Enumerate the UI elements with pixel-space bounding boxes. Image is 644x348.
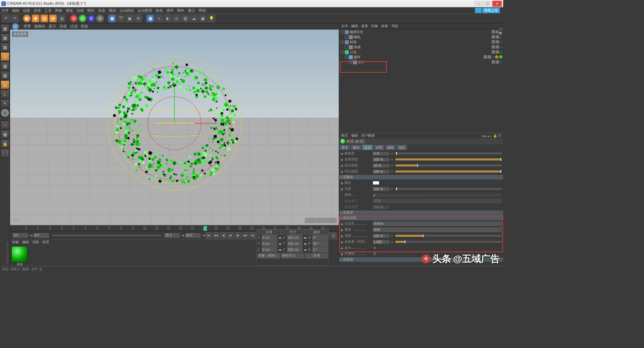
- move-button[interactable]: ✥: [32, 14, 40, 22]
- vis-editor-dot[interactable]: [492, 30, 495, 33]
- z-axis-button[interactable]: Z: [87, 14, 95, 22]
- render-pv-button[interactable]: ▣: [125, 14, 133, 22]
- mat-menu-item-0[interactable]: 创建: [12, 240, 19, 245]
- goto-end-button[interactable]: ▸|: [250, 232, 256, 239]
- cloud-upload-label[interactable]: 拖拽上传: [482, 8, 500, 13]
- object-name[interactable]: 物理天空: [350, 30, 491, 34]
- make-editable-button[interactable]: ▦: [1, 24, 9, 33]
- attr-tab-编辑[interactable]: 编辑: [385, 144, 396, 150]
- attr-fwd-icon[interactable]: ▸: [485, 134, 486, 138]
- prop-opaque-checkbox[interactable]: [373, 252, 377, 256]
- tree-row[interactable]: 爆炸✓: [340, 60, 502, 65]
- key-misc2-button[interactable]: ◫: [330, 232, 337, 239]
- render-settings-button[interactable]: ⚙: [134, 14, 142, 22]
- menu-item-0[interactable]: 文件: [1, 8, 9, 13]
- add-deformer-button[interactable]: ▨: [181, 14, 189, 22]
- tree-row[interactable]: -时间✓: [340, 40, 502, 45]
- magnet-button[interactable]: ⊃: [1, 121, 9, 129]
- end-frame-field[interactable]: 25 F: [184, 232, 201, 238]
- x-axis-button[interactable]: X: [70, 14, 78, 22]
- prop-brightness-value[interactable]: 100 %: [373, 187, 389, 191]
- attr-tab-指定[interactable]: 指定: [396, 144, 408, 150]
- attr-menu-item-2[interactable]: 模式: [341, 133, 348, 138]
- tree-expand-icon[interactable]: -: [345, 56, 348, 59]
- enable-check-icon[interactable]: ✓: [500, 50, 502, 54]
- prop-fresnel-dropdown[interactable]: 绝缘体: [373, 221, 502, 226]
- prop-slider[interactable]: [395, 164, 502, 166]
- object-tree[interactable]: 物理天空✓随机✓-时间✓简易✓-分裂✓-圆环✓爆炸✓: [339, 29, 503, 66]
- vis-render-dot[interactable]: [496, 40, 499, 44]
- prev-frame-button[interactable]: ◂|: [220, 232, 227, 239]
- coord-pos-field[interactable]: 0 cm: [262, 247, 278, 253]
- coord-rot-field[interactable]: 90 °: [312, 241, 328, 247]
- prop-slider[interactable]: [395, 152, 502, 154]
- menu-item-7[interactable]: 动画: [76, 8, 84, 13]
- world-axis-button[interactable]: ⊕: [96, 14, 104, 22]
- prop-intensity-value[interactable]: 100 %: [373, 234, 389, 238]
- enable-check-icon[interactable]: ✓: [500, 45, 502, 49]
- attr-up-icon[interactable]: ▴: [487, 134, 489, 138]
- add-cube-button[interactable]: ▦: [146, 14, 154, 22]
- enable-check-icon[interactable]: ✓: [500, 60, 502, 64]
- attr-tab-颜色[interactable]: 颜色: [351, 144, 362, 150]
- menu-item-11[interactable]: 运动跟踪: [119, 8, 134, 13]
- vp-menu-item-2[interactable]: 显示: [49, 24, 56, 29]
- point-mode-button[interactable]: ▦: [1, 62, 9, 70]
- prop-value[interactable]: 0 %: [373, 152, 389, 155]
- vis-render-dot[interactable]: [496, 50, 499, 54]
- tree-expand-icon[interactable]: [345, 46, 348, 49]
- undo-button[interactable]: ↶: [2, 14, 10, 22]
- attr-menu-item-1[interactable]: 编辑: [351, 133, 358, 138]
- menu-item-17[interactable]: 帮助: [199, 8, 206, 13]
- vis-editor-dot[interactable]: [484, 55, 487, 59]
- menu-item-12[interactable]: 运动图形: [138, 8, 152, 13]
- mat-menu-item-3[interactable]: 纹理: [42, 240, 49, 245]
- vis-render-dot[interactable]: [496, 35, 499, 39]
- globe-icon[interactable]: [12, 23, 19, 30]
- add-generator-button[interactable]: ◎: [172, 14, 180, 22]
- vp-menu-item-3[interactable]: 选项: [59, 24, 67, 29]
- prev-key-button[interactable]: ◂◂: [213, 232, 219, 239]
- model-mode-button[interactable]: ▦: [1, 33, 9, 42]
- perspective-viewport[interactable]: 透视视图 网格间距 : 1000 cm │ Z X: [10, 29, 339, 225]
- vp-menu-item-4[interactable]: 过滤: [70, 24, 77, 29]
- minimize-button[interactable]: —: [474, 1, 483, 7]
- scale-button[interactable]: ◫: [40, 14, 48, 22]
- section-layer-color[interactable]: ▾层颜色: [339, 175, 503, 180]
- y-axis-button[interactable]: Y: [78, 14, 87, 22]
- material-swatch[interactable]: 材质: [11, 246, 28, 267]
- coord-size-field[interactable]: 500 cm: [287, 247, 303, 253]
- vis-editor-dot[interactable]: [492, 40, 495, 44]
- close-button[interactable]: ✕: [492, 1, 502, 7]
- next-frame-button[interactable]: |▸: [235, 232, 241, 239]
- cloud-icon[interactable]: [475, 8, 482, 13]
- menu-item-8[interactable]: 模拟: [87, 8, 95, 13]
- tree-expand-icon[interactable]: [341, 30, 344, 33]
- workplane-button[interactable]: ▨: [1, 52, 9, 61]
- prop-intensity-slider[interactable]: [395, 235, 502, 237]
- object-name[interactable]: 随机: [354, 35, 491, 40]
- menu-item-4[interactable]: 工具: [44, 8, 52, 13]
- rotate-button[interactable]: ⟳: [49, 14, 57, 22]
- menu-item-6[interactable]: 捕捉: [66, 8, 73, 13]
- add-environment-button[interactable]: ☁: [190, 14, 198, 22]
- coord-rot-field[interactable]: 0 °: [312, 247, 328, 253]
- maximize-button[interactable]: ☐: [483, 1, 492, 7]
- coord-rot-field[interactable]: 0 °: [312, 235, 328, 241]
- redo-button[interactable]: ↷: [11, 14, 19, 22]
- mat-menu-item-2[interactable]: 功能: [32, 240, 39, 245]
- object-name[interactable]: 时间: [350, 40, 491, 45]
- obj-menu-item-2[interactable]: 查看: [361, 24, 368, 28]
- vis-render-dot[interactable]: [496, 45, 499, 49]
- menu-item-1[interactable]: 编辑: [12, 8, 19, 13]
- attr-new-icon[interactable]: ❐: [498, 134, 501, 138]
- coord-pos-field[interactable]: 0 cm: [262, 235, 278, 241]
- menu-item-10[interactable]: 雕刻: [109, 8, 116, 13]
- current-frame-field[interactable]: 0 F: [33, 232, 50, 238]
- coord-mode-dropdown[interactable]: 对象（相对）: [257, 253, 281, 259]
- add-camera-button[interactable]: ▣: [199, 14, 207, 22]
- prop-ior-slider[interactable]: [395, 241, 502, 243]
- vp-menu-item-0[interactable]: 查看: [23, 24, 31, 29]
- next-key-button[interactable]: ▸▸: [242, 232, 249, 239]
- menu-item-14[interactable]: 插件: [166, 8, 174, 13]
